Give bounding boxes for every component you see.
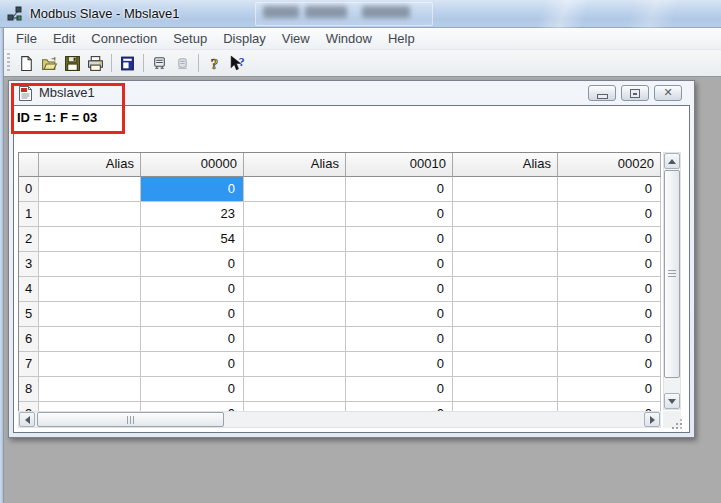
toolbar-grip[interactable] [6, 53, 11, 73]
grid-cell[interactable]: 0 [558, 402, 661, 411]
grid-cell[interactable]: 0 [141, 277, 244, 302]
grid-cell[interactable]: 0 [141, 327, 244, 352]
row-header[interactable]: 6 [19, 327, 39, 352]
grid-cell[interactable]: 0 [346, 177, 453, 202]
grid-cell[interactable] [453, 202, 558, 227]
disconnect-button[interactable] [171, 52, 194, 75]
grid-cell[interactable] [453, 302, 558, 327]
row-header[interactable]: 8 [19, 377, 39, 402]
row-header[interactable]: 2 [19, 227, 39, 252]
connect-button[interactable] [148, 52, 171, 75]
grid-cell[interactable]: 0 [141, 177, 244, 202]
child-restore-button[interactable] [621, 85, 649, 101]
grid-cell[interactable]: 0 [558, 327, 661, 352]
display-setup-button[interactable] [116, 52, 139, 75]
grid-cell[interactable]: 0 [141, 402, 244, 411]
horizontal-scrollbar-thumb[interactable] [37, 412, 224, 427]
grid-cell[interactable]: 0 [558, 202, 661, 227]
scroll-left-button[interactable] [19, 412, 35, 427]
grid-cell[interactable] [453, 377, 558, 402]
grid-cell[interactable]: 23 [141, 202, 244, 227]
grid-cell[interactable] [39, 302, 141, 327]
grid-cell[interactable] [39, 252, 141, 277]
main-titlebar[interactable]: Modbus Slave - Mbslave1 [0, 0, 721, 28]
grid-cell[interactable]: 0 [558, 277, 661, 302]
context-help-button[interactable]: ? [226, 52, 249, 75]
horizontal-scrollbar[interactable] [18, 411, 661, 428]
child-minimize-button[interactable] [588, 85, 616, 101]
menu-item-view[interactable]: View [274, 28, 318, 49]
grid-cell[interactable] [39, 202, 141, 227]
grid-cell[interactable] [244, 202, 346, 227]
grid-cell[interactable]: 0 [346, 327, 453, 352]
grid-cell[interactable]: 0 [141, 352, 244, 377]
grid-cell[interactable]: 0 [346, 352, 453, 377]
save-button[interactable] [61, 52, 84, 75]
grid-cell[interactable]: 0 [558, 302, 661, 327]
grid-cell[interactable] [39, 352, 141, 377]
open-button[interactable] [38, 52, 61, 75]
grid-cell[interactable]: 0 [346, 302, 453, 327]
menu-item-display[interactable]: Display [215, 28, 274, 49]
grid-cell[interactable] [453, 352, 558, 377]
menu-item-edit[interactable]: Edit [45, 28, 83, 49]
row-header[interactable]: 5 [19, 302, 39, 327]
menu-item-file[interactable]: File [8, 28, 45, 49]
grid-cell[interactable]: 0 [558, 177, 661, 202]
grid-cell[interactable] [244, 252, 346, 277]
grid-cell[interactable]: 0 [141, 252, 244, 277]
print-button[interactable] [84, 52, 107, 75]
scroll-down-button[interactable] [664, 393, 680, 409]
grid-cell[interactable] [244, 302, 346, 327]
grid-cell[interactable] [244, 352, 346, 377]
grid-cell[interactable] [453, 402, 558, 411]
grid-cell[interactable]: 54 [141, 227, 244, 252]
grid-cell[interactable] [39, 327, 141, 352]
grid-cell[interactable]: 0 [346, 277, 453, 302]
new-button[interactable] [15, 52, 38, 75]
grid-cell[interactable] [453, 227, 558, 252]
grid-cell[interactable]: 0 [558, 227, 661, 252]
menu-item-setup[interactable]: Setup [165, 28, 215, 49]
child-close-button[interactable]: ✕ [654, 85, 682, 101]
grid-cell[interactable] [39, 277, 141, 302]
grid-cell[interactable]: 0 [141, 377, 244, 402]
help-button[interactable]: ? [203, 52, 226, 75]
grid-cell[interactable] [39, 402, 141, 411]
grid-cell[interactable] [453, 327, 558, 352]
grid-cell[interactable] [453, 177, 558, 202]
row-header[interactable]: 9 [19, 402, 39, 411]
grid-cell[interactable]: 0 [558, 377, 661, 402]
grid-cell[interactable] [453, 277, 558, 302]
menu-item-help[interactable]: Help [380, 28, 423, 49]
grid-cell[interactable] [244, 327, 346, 352]
grid-cell[interactable]: 0 [141, 302, 244, 327]
row-header[interactable]: 0 [19, 177, 39, 202]
grid-cell[interactable] [39, 177, 141, 202]
grid-cell[interactable]: 0 [346, 402, 453, 411]
grid-cell[interactable] [244, 377, 346, 402]
row-header[interactable]: 3 [19, 252, 39, 277]
row-header[interactable]: 1 [19, 202, 39, 227]
grid-cell[interactable] [244, 277, 346, 302]
grid-cell[interactable] [453, 252, 558, 277]
grid-cell[interactable] [244, 227, 346, 252]
grid-cell[interactable]: 0 [346, 227, 453, 252]
scroll-right-button[interactable] [644, 412, 660, 427]
menu-item-connection[interactable]: Connection [83, 28, 165, 49]
row-header[interactable]: 4 [19, 277, 39, 302]
menu-item-window[interactable]: Window [318, 28, 380, 49]
grid-cell[interactable]: 0 [346, 252, 453, 277]
grid-cell[interactable] [39, 227, 141, 252]
vertical-scrollbar[interactable] [663, 152, 681, 410]
vertical-scrollbar-thumb[interactable] [664, 170, 680, 378]
grid-cell[interactable] [244, 177, 346, 202]
scroll-up-button[interactable] [664, 153, 680, 169]
grid-cell[interactable] [244, 402, 346, 411]
grid-cell[interactable]: 0 [346, 202, 453, 227]
grid-cell[interactable]: 0 [346, 377, 453, 402]
grid-cell[interactable] [39, 377, 141, 402]
grid-cell[interactable]: 0 [558, 352, 661, 377]
grid-cell[interactable]: 0 [558, 252, 661, 277]
row-header[interactable]: 7 [19, 352, 39, 377]
